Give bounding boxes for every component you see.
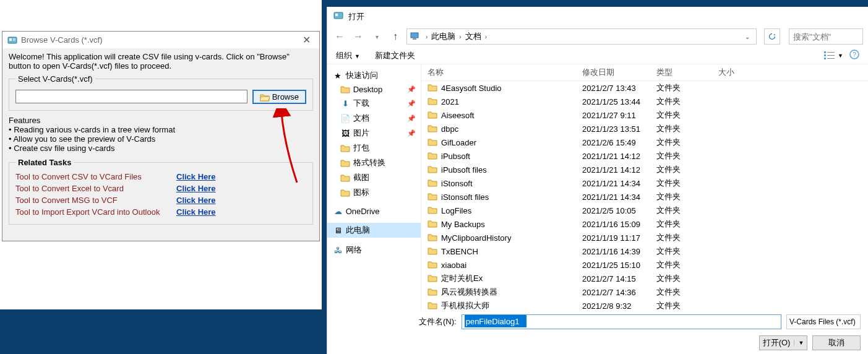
chevron-down-icon: ▼ bbox=[794, 340, 804, 346]
new-folder-button[interactable]: 新建文件夹 bbox=[375, 50, 415, 61]
sidebar-documents[interactable]: 📄 文档📌 bbox=[327, 111, 421, 126]
file-row[interactable]: 风云视频转换器2021/2/7 14:36文件夹 bbox=[421, 285, 868, 299]
file-name: Aiseesoft bbox=[441, 111, 474, 120]
folder-icon bbox=[428, 247, 437, 256]
file-row[interactable]: MyClipboardHistory2021/1/19 11:17文件夹 bbox=[421, 231, 868, 244]
dialog-title: Browse V-Cards (*.vcf) bbox=[21, 35, 102, 45]
file-row[interactable]: xiaobai2021/1/25 15:10文件夹 bbox=[421, 258, 868, 272]
file-name: TxBENCH bbox=[441, 247, 478, 256]
breadcrumb-dropdown[interactable]: ⌄ bbox=[741, 33, 754, 40]
file-type: 文件夹 bbox=[656, 82, 718, 93]
nav-row: ← → ▾ ↑ › 此电脑 › 文档 › ⌄ bbox=[327, 26, 868, 47]
chevron-right-icon: › bbox=[459, 33, 461, 40]
file-date: 2021/1/27 9:11 bbox=[582, 111, 656, 120]
file-date: 2021/1/16 14:39 bbox=[582, 247, 656, 256]
related-heading: Related Tasks bbox=[15, 158, 74, 167]
file-date: 2021/1/25 15:10 bbox=[582, 261, 656, 270]
file-type: 文件夹 bbox=[656, 110, 718, 121]
folder-icon bbox=[428, 274, 437, 283]
file-row[interactable]: GifLoader2021/2/6 15:49文件夹 bbox=[421, 136, 868, 149]
file-name: LogFiles bbox=[441, 206, 471, 215]
browse-vcards-dialog: Browse V-Cards (*.vcf) ✕ Welcome! This a… bbox=[2, 31, 320, 241]
file-row[interactable]: 4Easysoft Studio2021/2/7 13:43文件夹 bbox=[421, 81, 868, 95]
file-type: 文件夹 bbox=[656, 150, 718, 162]
select-vcards-group: Select V-Cards(*.vcf) Browse bbox=[9, 74, 313, 111]
file-type: 文件夹 bbox=[656, 246, 718, 257]
sidebar-item[interactable]: 截图 bbox=[327, 170, 421, 185]
column-size[interactable]: 大小 bbox=[718, 67, 768, 78]
file-row[interactable]: TxBENCH2021/1/16 14:39文件夹 bbox=[421, 244, 868, 258]
file-type: 文件夹 bbox=[656, 123, 718, 134]
pc-icon bbox=[410, 31, 419, 43]
sidebar-downloads[interactable]: ⬇ 下载📌 bbox=[327, 96, 421, 111]
column-type[interactable]: 类型 bbox=[656, 67, 718, 78]
pin-icon: 📌 bbox=[406, 100, 416, 108]
browse-button[interactable]: Browse bbox=[252, 90, 306, 104]
pc-icon: 🖥 bbox=[332, 226, 343, 235]
sidebar-item[interactable]: 打包 bbox=[327, 140, 421, 155]
nav-back-button[interactable]: ← bbox=[332, 29, 347, 44]
file-row[interactable]: dbpc2021/1/23 13:51文件夹 bbox=[421, 122, 868, 136]
sidebar-onedrive[interactable]: ☁ OneDrive bbox=[327, 205, 421, 218]
sidebar-item[interactable]: 图标 bbox=[327, 185, 421, 200]
nav-forward-button[interactable]: → bbox=[351, 29, 366, 44]
cancel-button[interactable]: 取消 bbox=[812, 335, 861, 350]
download-icon: ⬇ bbox=[340, 99, 351, 108]
task-link[interactable]: Click Here bbox=[176, 196, 216, 205]
task-label: Tool to Convert MSG to VCF bbox=[15, 196, 176, 205]
organize-button[interactable]: 组织▼ bbox=[336, 50, 360, 61]
file-row[interactable]: iStonsoft2021/1/21 14:34文件夹 bbox=[421, 176, 868, 190]
file-date: 2021/2/7 14:36 bbox=[582, 288, 656, 297]
sidebar-pictures[interactable]: 🖼 图片📌 bbox=[327, 126, 421, 140]
task-link[interactable]: Click Here bbox=[176, 184, 216, 193]
file-row[interactable]: Aiseesoft2021/1/27 9:11文件夹 bbox=[421, 108, 868, 122]
task-link[interactable]: Click Here bbox=[176, 207, 216, 217]
file-date: 2021/1/21 14:34 bbox=[582, 192, 656, 202]
file-row[interactable]: 20212021/1/25 13:44文件夹 bbox=[421, 95, 868, 108]
refresh-button[interactable] bbox=[764, 28, 780, 45]
sidebar-item[interactable]: 格式转换 bbox=[327, 155, 421, 170]
sidebar-this-pc[interactable]: 🖥 此电脑 bbox=[327, 223, 421, 238]
file-row[interactable]: iPubsoft files2021/1/21 14:12文件夹 bbox=[421, 163, 868, 176]
file-row[interactable]: iStonsoft files2021/1/21 14:34文件夹 bbox=[421, 190, 868, 204]
file-name: 4Easysoft Studio bbox=[441, 84, 502, 93]
help-button[interactable]: ? bbox=[849, 50, 859, 61]
file-open-dialog: 打开 ← → ▾ ↑ › 此电脑 › 文档 › ⌄ 组织▼ 新建文件夹 ▼ bbox=[327, 7, 868, 354]
svg-rect-10 bbox=[824, 54, 826, 56]
file-row[interactable]: LogFiles2021/2/5 10:05文件夹 bbox=[421, 204, 868, 217]
file-row[interactable]: 定时关机Ex2021/2/7 14:15文件夹 bbox=[421, 272, 868, 285]
svg-rect-7 bbox=[413, 38, 416, 40]
pin-icon: 📌 bbox=[406, 85, 416, 93]
search-input[interactable] bbox=[789, 28, 863, 45]
breadcrumb-bar[interactable]: › 此电脑 › 文档 › ⌄ bbox=[406, 28, 757, 45]
file-row[interactable]: iPubsoft2021/1/21 14:12文件夹 bbox=[421, 149, 868, 163]
open-button[interactable]: 打开(O)▼ bbox=[759, 335, 807, 350]
file-name: xiaobai bbox=[441, 261, 466, 270]
file-type: 文件夹 bbox=[656, 164, 718, 175]
file-name: My Backups bbox=[441, 220, 485, 229]
close-button[interactable]: ✕ bbox=[299, 34, 314, 46]
sidebar-network[interactable]: 🖧 网络 bbox=[327, 243, 421, 257]
folder-icon bbox=[340, 85, 351, 93]
column-date[interactable]: 修改日期 bbox=[582, 67, 656, 78]
nav-recent-button[interactable]: ▾ bbox=[369, 29, 384, 44]
features-heading: Features bbox=[9, 116, 313, 125]
file-row[interactable]: 手机模拟大师2021/2/8 9:32文件夹 bbox=[421, 299, 868, 311]
folder-icon bbox=[428, 233, 437, 242]
view-mode-button[interactable]: ▼ bbox=[824, 51, 843, 61]
filetype-select[interactable]: V-Cards Files (*.vcf) bbox=[786, 314, 861, 329]
sidebar-desktop[interactable]: Desktop📌 bbox=[327, 83, 421, 96]
svg-rect-13 bbox=[827, 58, 835, 59]
file-row[interactable]: My Backups2021/1/16 15:09文件夹 bbox=[421, 217, 868, 231]
file-name: 风云视频转换器 bbox=[441, 287, 497, 298]
sidebar-quick-access[interactable]: ★ 快速访问 bbox=[327, 68, 421, 83]
task-link[interactable]: Click Here bbox=[176, 172, 216, 181]
column-name[interactable]: 名称 bbox=[421, 67, 582, 78]
filename-input[interactable] bbox=[465, 315, 526, 327]
nav-up-button[interactable]: ↑ bbox=[388, 29, 403, 44]
select-label: Select V-Cards(*.vcf) bbox=[15, 74, 95, 84]
vcard-path-input[interactable] bbox=[15, 90, 247, 103]
file-type: 文件夹 bbox=[656, 300, 718, 311]
breadcrumb-pc[interactable]: 此电脑 bbox=[431, 31, 455, 42]
breadcrumb-docs[interactable]: 文档 bbox=[465, 31, 481, 42]
